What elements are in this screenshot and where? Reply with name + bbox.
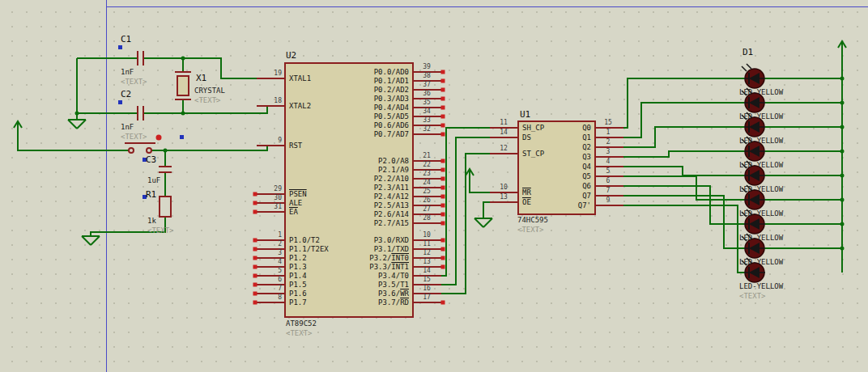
pin-number: 21 [415,152,438,160]
pin-number: 35 [415,99,438,107]
pin-number: 11 [492,119,515,127]
pin-number: 1 [259,231,282,239]
c2-placeholder: <TEXT> [121,133,147,141]
labels-layer: C1 1nF <TEXT> C2 1nF <TEXT> X1 CRYSTAL <… [0,0,868,372]
pin-number: 12 [492,145,515,153]
pin-number: 2 [597,138,619,146]
led-label: LED-YELLOW [739,112,783,120]
pin-number: 28 [415,214,438,222]
pin-number: 4 [597,158,619,166]
pin-number: 7 [259,285,282,293]
pin-number: 15 [597,119,619,127]
c2-value: 1nF [121,123,134,131]
pin-name: RST [289,141,370,150]
pin-number: 8 [259,294,282,302]
pin-name: P0.7/AD7 [321,129,409,139]
pin-number: 19 [259,70,282,78]
u1-value: 74HC595 [517,216,548,224]
u2-ref: U2 [286,50,296,61]
pin-number: 22 [415,161,438,169]
led-label: LED-YELLOW [739,88,783,96]
u2-placeholder: <TEXT> [286,329,313,337]
led-label: LED-YELLOW [739,258,783,266]
led-placeholder: <TEXT> [739,292,766,300]
led-label: LED-YELLOW [739,161,783,169]
pin-number: 34 [415,108,438,116]
pin-number: 11 [415,240,438,248]
pin-number: 38 [415,72,438,80]
r1-placeholder: <TEXT> [147,226,174,235]
pin-number: 10 [492,184,515,192]
pin-number: 31 [259,203,282,211]
d1-ref: D1 [742,47,753,57]
c1-value: 1nF [121,68,134,76]
pin-number: 37 [415,81,438,89]
pin-number: 15 [415,276,438,284]
pin-number: 30 [259,194,282,202]
pin-number: 14 [415,267,438,275]
u1-placeholder: <TEXT> [517,226,544,234]
pin-number: 36 [415,90,438,98]
pin-name: Q2 [541,142,591,152]
pin-number: 39 [415,63,438,71]
pin-number: 18 [259,97,282,105]
pin-number: 23 [415,170,438,178]
pin-number: 13 [492,193,515,201]
pin-name: P3.7/RD [321,298,409,307]
c3-value: 1uF [147,176,160,184]
pin-name: Q7 [541,191,591,201]
led-label: LED-YELLOW [739,137,783,145]
pin-number: 9 [259,137,282,145]
pin-number: 14 [492,129,515,137]
u1-ref: U1 [520,109,530,120]
c1-ref: C1 [121,34,131,44]
pin-name: Q5 [541,171,591,181]
pin-name: Q3 [541,152,591,162]
c2-ref: C2 [121,89,131,99]
pin-number: 26 [415,197,438,205]
pin-number: 12 [415,249,438,257]
pin-number: 33 [415,116,438,125]
pin-number: 16 [415,285,438,293]
pin-number: 9 [597,197,619,205]
pin-name: P2.7/A15 [321,218,409,228]
pin-number: 5 [597,167,619,175]
pin-name: Q1 [541,133,591,142]
r1-ref: R1 [146,189,156,200]
pin-number: 13 [415,258,438,266]
pin-name: Q0 [541,123,591,133]
pin-number: 32 [415,125,438,133]
led-label: LED-YELLOW [739,282,783,290]
pin-number: 27 [415,205,438,213]
pin-number: 24 [415,179,438,187]
pin-number: 2 [259,240,282,248]
x1-placeholder: <TEXT> [194,96,221,104]
pin-number: 3 [597,148,619,156]
pin-number: 4 [259,258,282,266]
led-label: LED-YELLOW [739,209,783,218]
pin-number: 29 [259,185,282,193]
led-label: LED-YELLOW [739,234,783,242]
pin-number: 5 [259,267,282,275]
pin-number: 10 [415,231,438,239]
c1-placeholder: <TEXT> [121,78,147,86]
pin-number: 6 [259,276,282,284]
u2-value: AT89C52 [286,319,317,328]
pin-number: 3 [259,249,282,257]
schematic-canvas[interactable]: C1 1nF <TEXT> C2 1nF <TEXT> X1 CRYSTAL <… [0,0,868,372]
pin-number: 25 [415,188,438,196]
pin-number: 17 [415,294,438,302]
pin-number: 7 [597,187,619,195]
pin-name: Q7' [541,201,591,210]
pin-name: Q6 [541,181,591,191]
pin-number: 1 [597,129,619,137]
x1-value: CRYSTAL [194,87,225,95]
r1-value: 1k [147,217,156,225]
x1-ref: X1 [196,73,206,83]
led-label: LED-YELLOW [739,185,783,193]
pin-number: 6 [597,177,619,185]
c3-ref: C3 [146,154,156,165]
pin-name: Q4 [541,162,591,171]
